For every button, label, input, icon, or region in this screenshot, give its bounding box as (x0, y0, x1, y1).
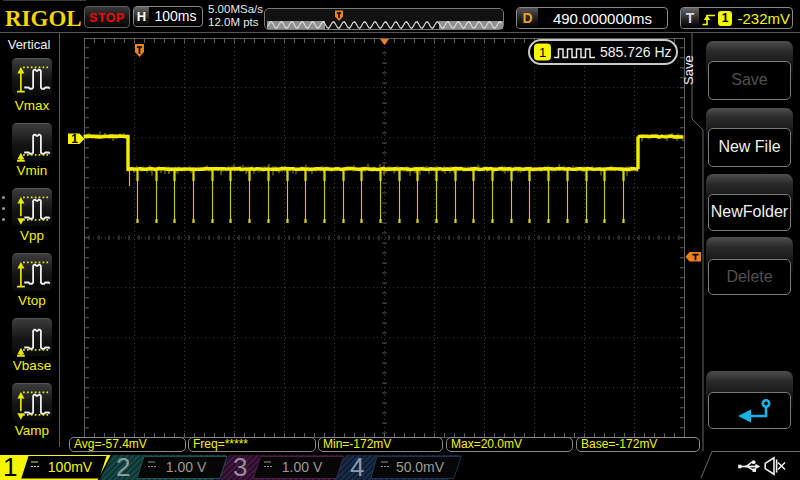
svg-text:1: 1 (3, 452, 17, 480)
svg-text:2: 2 (116, 452, 130, 480)
svg-text:4: 4 (350, 452, 364, 480)
svg-text:1.00 V: 1.00 V (282, 459, 323, 475)
svg-text:100mV: 100mV (48, 459, 93, 475)
svg-text:1.00 V: 1.00 V (166, 459, 207, 475)
svg-text:50.0mV: 50.0mV (396, 459, 445, 475)
svg-text:3: 3 (233, 452, 247, 480)
svg-text:585.726 Hz: 585.726 Hz (600, 44, 672, 60)
svg-text:1: 1 (539, 45, 546, 60)
svg-text:1: 1 (71, 132, 78, 146)
